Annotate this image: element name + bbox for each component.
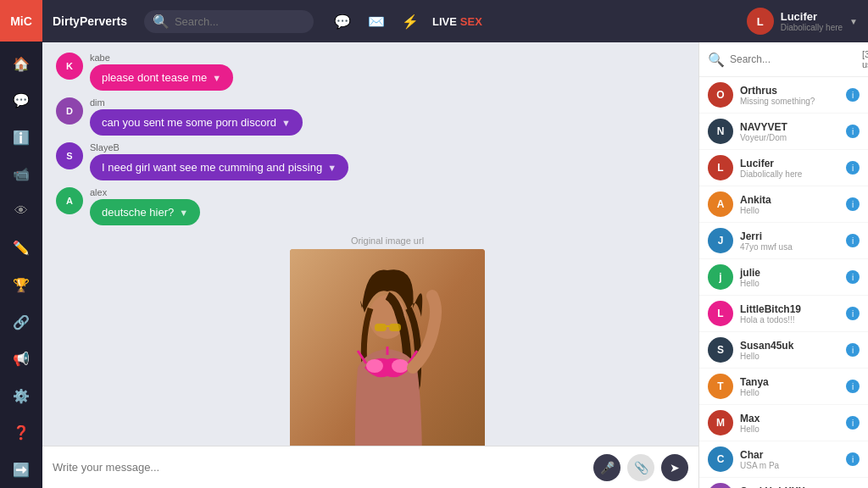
list-item[interactable]: C Char USA m Pa i [699, 441, 868, 478]
image-container: Original image url [90, 236, 685, 446]
content-area: K kabe please dont tease me ▼ D dim [42, 42, 868, 488]
search-icon: 🔍 [708, 52, 725, 68]
info-icon[interactable]: i [846, 380, 860, 393]
message-row: K kabe please dont tease me ▼ [56, 53, 685, 91]
chat-messages: K kabe please dont tease me ▼ D dim [42, 42, 698, 446]
bubble-arrow-icon: ▼ [212, 73, 221, 83]
search-input[interactable] [175, 15, 305, 28]
attachment-button[interactable]: 📎 [627, 454, 654, 481]
svg-rect-8 [375, 324, 387, 331]
list-item[interactable]: L LittleBitch19 Hola a todos!!! i [699, 296, 868, 332]
user-info-right: Jerri 47yo mwf usa [740, 230, 839, 252]
info-icon[interactable]: i [846, 307, 860, 320]
live-badge: LIVE SEX [432, 15, 482, 28]
chat-input-area: 🎤 📎 ➤ [42, 446, 698, 488]
info-icon[interactable]: i [846, 161, 860, 175]
user-sub: Voyeur/Dom [740, 133, 839, 142]
user-name: Susan45uk [740, 340, 839, 352]
avatar: S [708, 337, 733, 363]
user-info-right: Lucifer Diabolically here [740, 158, 839, 179]
svg-rect-9 [389, 324, 401, 331]
avatar: C [708, 483, 733, 488]
user-name: Tanya [740, 376, 839, 388]
chat-image: New messages [290, 249, 485, 446]
list-item[interactable]: O Orthrus Missing something? i [699, 77, 868, 114]
user-sub: Hello [740, 279, 839, 288]
message-username: dim [90, 97, 303, 108]
avatar: C [708, 446, 733, 472]
mic-button[interactable]: 🎤 [593, 454, 620, 481]
avatar-dim: D [56, 97, 83, 125]
user-count: [39 users] [862, 49, 868, 69]
mail-icon[interactable]: ✉️ [368, 14, 385, 30]
user-name: Ankita [740, 194, 839, 206]
search-bar[interactable]: 🔍 [144, 10, 314, 33]
nav-settings[interactable]: ⚙️ [4, 379, 38, 413]
avatar: M [708, 410, 733, 435]
list-item[interactable]: C CuckHubXXX Hello i [699, 478, 868, 488]
user-sub: USA m Pa [740, 461, 839, 470]
info-icon[interactable]: i [846, 88, 860, 102]
send-button[interactable]: ➤ [661, 454, 688, 481]
user-info[interactable]: L Lucifer Diabolically here ▼ [747, 8, 858, 35]
list-item[interactable]: M Max Hello i [699, 405, 868, 441]
user-name: Lucifer [740, 158, 839, 169]
message-bubble[interactable]: deutsche hier? ▼ [90, 199, 200, 225]
list-item[interactable]: S Susan45uk Hello i [699, 332, 868, 369]
user-sub: Hola a todos!!! [740, 315, 839, 324]
svg-point-3 [366, 359, 383, 373]
info-icon[interactable]: i [846, 270, 860, 284]
chevron-down-icon[interactable]: ▼ [849, 17, 858, 26]
nav-announce[interactable]: 📢 [4, 342, 38, 376]
nav-video[interactable]: 📹 [4, 158, 38, 191]
list-item[interactable]: T Tanya Hello i [699, 369, 868, 405]
avatar: T [708, 374, 733, 399]
user-sub: Hello [740, 352, 839, 361]
message-content: dim can you sent me some porn discord ▼ [90, 97, 303, 136]
user-sub: Hello [740, 206, 839, 215]
nav-eye[interactable]: 👁 [4, 195, 38, 229]
user-name: Max [740, 413, 839, 424]
bubble-arrow-icon: ▼ [179, 208, 188, 218]
info-icon[interactable]: i [846, 197, 860, 211]
list-item[interactable]: L Lucifer Diabolically here i [699, 150, 868, 186]
message-bubble[interactable]: can you sent me some porn discord ▼ [90, 109, 303, 136]
user-name: CuckHubXXX [740, 485, 839, 489]
nav-share[interactable]: 🔗 [4, 305, 38, 339]
info-icon[interactable]: i [846, 125, 860, 138]
nav-edit[interactable]: ✏️ [4, 231, 38, 265]
info-icon[interactable]: i [846, 452, 860, 466]
nav-icons: 💬 ✉️ ⚡ [334, 14, 419, 30]
list-item[interactable]: j julie Hello i [699, 259, 868, 296]
avatar: N [708, 119, 733, 144]
message-bubble[interactable]: I need girl want see me cumming and piss… [90, 154, 348, 180]
message-content: alex deutsche hier? ▼ [90, 187, 200, 225]
list-item[interactable]: A Ankita Hello i [699, 186, 868, 223]
list-item[interactable]: J Jerri 47yo mwf usa i [699, 223, 868, 259]
message-username: SlayeB [90, 142, 348, 152]
nav-trophy[interactable]: 🏆 [4, 269, 38, 302]
message-text: deutsche hier? [102, 206, 174, 219]
info-icon[interactable]: i [846, 234, 860, 247]
nav-home[interactable]: 🏠 [4, 47, 38, 80]
user-sub: Diabolically here [740, 169, 839, 179]
live-text: LIVE [432, 15, 457, 28]
message-input[interactable] [53, 461, 587, 474]
nav-chat[interactable]: 💬 [4, 84, 38, 118]
user-search-input[interactable] [730, 53, 857, 65]
message-content: SlayeB I need girl want see me cumming a… [90, 142, 348, 180]
nav-help[interactable]: ❓ [4, 416, 38, 450]
info-icon[interactable]: i [846, 416, 860, 430]
avatar: O [708, 82, 733, 108]
nav-logout[interactable]: ➡️ [4, 452, 38, 486]
message-content: kabe please dont tease me ▼ [90, 53, 233, 91]
list-item[interactable]: N NAVYVET Voyeur/Dom i [699, 114, 868, 150]
info-icon[interactable]: i [846, 343, 860, 357]
nav-info[interactable]: ℹ️ [4, 121, 38, 155]
user-name: julie [740, 267, 839, 279]
message-bubble[interactable]: please dont tease me ▼ [90, 64, 233, 91]
message-text: please dont tease me [102, 71, 207, 84]
chat-icon[interactable]: 💬 [334, 14, 351, 30]
user-info-right: LittleBitch19 Hola a todos!!! [740, 303, 839, 324]
bolt-icon[interactable]: ⚡ [402, 14, 419, 30]
